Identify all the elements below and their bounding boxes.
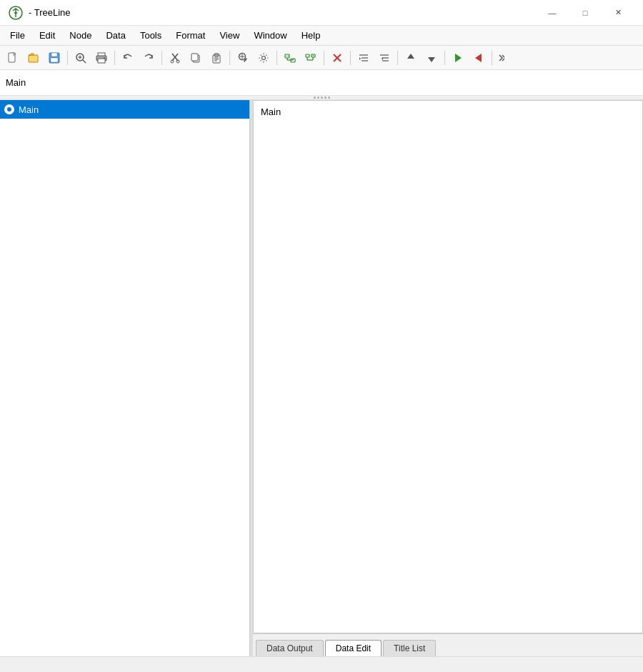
toolbar-sep-7: [350, 51, 351, 65]
splitter-indicator: [314, 97, 330, 99]
toolbar-move-up-button[interactable]: [401, 49, 421, 67]
toolbar-stop-button[interactable]: [469, 49, 489, 67]
toolbar-sep-5: [276, 51, 277, 65]
svg-point-13: [104, 57, 105, 59]
node-icon: [4, 104, 14, 114]
toolbar-print-button[interactable]: [91, 49, 111, 67]
toolbar-settings-button[interactable]: [254, 49, 274, 67]
tree-panel: Main: [0, 100, 250, 656]
toolbar-sep-1: [67, 51, 68, 65]
toolbar-new-button[interactable]: [3, 49, 23, 67]
menu-window[interactable]: Window: [246, 26, 294, 45]
menu-view[interactable]: View: [212, 26, 246, 45]
menu-tools[interactable]: Tools: [133, 26, 169, 45]
svg-rect-4: [51, 53, 57, 56]
breadcrumb: Main: [6, 77, 26, 88]
toolbar-sep-10: [492, 51, 492, 65]
svg-rect-5: [51, 58, 58, 62]
status-bar: [0, 656, 643, 672]
content-tabs: Data Output Data Edit Title List: [253, 633, 643, 656]
toolbar-sep-6: [324, 51, 324, 65]
toolbar-save-button[interactable]: [44, 49, 64, 67]
svg-rect-2: [29, 55, 38, 62]
window-title: - TreeLine: [29, 7, 536, 18]
toolbar-sep-2: [114, 51, 115, 65]
svg-rect-21: [214, 54, 219, 56]
toolbar-find-button[interactable]: [233, 49, 253, 67]
svg-rect-12: [98, 59, 105, 63]
toolbar-zoom-button[interactable]: [71, 49, 91, 67]
menu-data[interactable]: Data: [99, 26, 132, 45]
toolbar-cut-button[interactable]: [165, 49, 185, 67]
toolbar: +: [0, 46, 643, 70]
tree-node-main[interactable]: Main: [0, 100, 249, 119]
svg-line-7: [83, 60, 86, 63]
title-bar: - TreeLine — □ ✕: [0, 0, 643, 26]
menu-help[interactable]: Help: [294, 26, 328, 45]
toolbar-more-button[interactable]: [495, 49, 507, 67]
toolbar-redo-button[interactable]: [139, 49, 159, 67]
tab-title-list[interactable]: Title List: [383, 640, 436, 656]
toolbar-paste-button[interactable]: [206, 49, 226, 67]
tab-data-output[interactable]: Data Output: [256, 640, 324, 656]
svg-rect-35: [306, 54, 309, 57]
toolbar-sep-9: [444, 51, 445, 65]
tree-node-label: Main: [19, 104, 39, 115]
menu-file[interactable]: File: [3, 26, 32, 45]
toolbar-indent-button[interactable]: [354, 49, 374, 67]
toolbar-copy-button[interactable]: [186, 49, 206, 67]
main-area: Main Main Data Output Data Edit Title Li…: [0, 100, 643, 656]
maximize-button[interactable]: □: [569, 0, 602, 26]
minimize-button[interactable]: —: [536, 0, 569, 26]
app-icon: [9, 6, 23, 20]
svg-rect-19: [191, 54, 198, 61]
svg-text:+: +: [312, 53, 314, 57]
menu-edit[interactable]: Edit: [32, 26, 62, 45]
tab-data-edit[interactable]: Data Edit: [325, 640, 382, 656]
toolbar-delete-button[interactable]: [327, 49, 347, 67]
svg-point-28: [262, 56, 266, 59]
toolbar-add-sibling-button[interactable]: +: [301, 49, 321, 67]
toolbar-sep-4: [229, 51, 230, 65]
toolbar-sep-3: [161, 51, 162, 65]
toolbar-open-button[interactable]: [24, 49, 44, 67]
menu-format[interactable]: Format: [169, 26, 212, 45]
toolbar-play-button[interactable]: [448, 49, 468, 67]
menu-node[interactable]: Node: [62, 26, 99, 45]
content-area: Main: [253, 100, 643, 633]
toolbar-sep-8: [397, 51, 398, 65]
toolbar-move-down-button[interactable]: [422, 49, 442, 67]
content-panel: Main Data Output Data Edit Title List: [253, 100, 643, 656]
toolbar-unindent-button[interactable]: [374, 49, 394, 67]
menu-bar: File Edit Node Data Tools Format View Wi…: [0, 26, 643, 46]
breadcrumb-bar: Main: [0, 70, 643, 96]
toolbar-add-child-button[interactable]: [280, 49, 300, 67]
content-text: Main: [261, 107, 281, 117]
close-button[interactable]: ✕: [602, 0, 634, 26]
window-controls: — □ ✕: [536, 0, 634, 26]
toolbar-undo-button[interactable]: [118, 49, 138, 67]
